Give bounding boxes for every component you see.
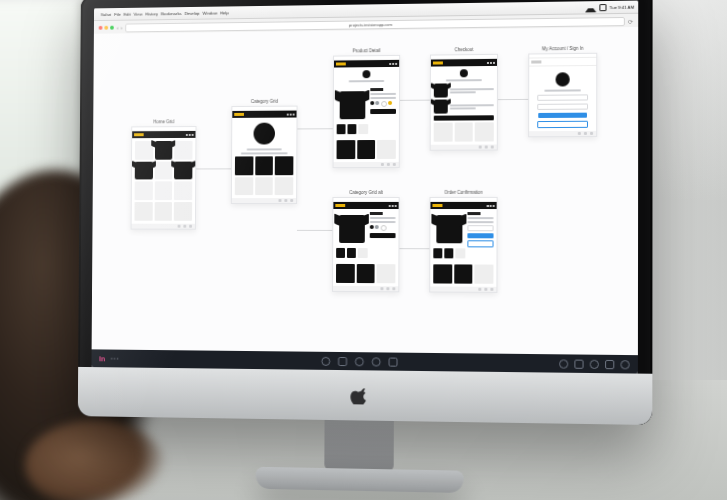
invision-logo[interactable]: In: [99, 355, 105, 362]
product-tile: [155, 161, 173, 179]
artboard-checkout[interactable]: Checkout: [430, 47, 498, 151]
menubar-item[interactable]: Develop: [184, 10, 199, 15]
checkout-primary-button: [434, 115, 494, 120]
email-field: [537, 94, 588, 100]
product-tile: [174, 141, 192, 159]
product-name: [349, 80, 385, 82]
battery-icon[interactable]: [599, 4, 606, 11]
menubar-app[interactable]: Safari: [101, 12, 112, 17]
pointer-tool-icon[interactable]: [321, 356, 330, 365]
menubar-item[interactable]: Help: [220, 10, 229, 15]
account-title: [544, 89, 581, 91]
history-icon[interactable]: [559, 359, 568, 368]
product-tile: [154, 182, 172, 200]
artboard-category[interactable]: Category Grid: [231, 99, 298, 205]
zoom-out-icon[interactable]: [355, 357, 364, 366]
product-tile: [174, 182, 192, 200]
settings-icon[interactable]: [605, 359, 614, 368]
apple-logo-icon: [350, 386, 368, 404]
photo-scene: Safari File Edit View History Bookmarks …: [0, 0, 727, 500]
flow-connector: [196, 168, 231, 169]
imac-monitor: Safari File Edit View History Bookmarks …: [78, 0, 653, 425]
create-account-button: [537, 121, 588, 128]
url-text: projects.invisionapp.com: [349, 22, 392, 28]
imac-bezel: Safari File Edit View History Bookmarks …: [78, 0, 653, 425]
product-tile: [135, 161, 153, 179]
artboard-confirm[interactable]: Order Confirmation: [429, 190, 497, 293]
comment-tool-icon[interactable]: [338, 356, 347, 365]
inspect-icon[interactable]: [574, 359, 583, 368]
share-icon[interactable]: [590, 359, 599, 368]
toolbar-breadcrumb[interactable]: • • •: [111, 355, 119, 361]
flow-connector: [297, 230, 332, 231]
minimize-icon[interactable]: [104, 26, 108, 30]
menubar-status-icons[interactable]: [585, 3, 606, 12]
menubar-item[interactable]: Window: [202, 10, 217, 15]
product-hero-image: [339, 91, 365, 119]
artboard-hotspot-footer: [132, 223, 195, 228]
present-icon[interactable]: [620, 360, 629, 369]
product-tile: [155, 141, 173, 159]
product-price: [370, 88, 383, 91]
avatar-icon: [556, 72, 570, 86]
artboard-title: Category Grid alt: [332, 190, 399, 195]
product-dot: [362, 70, 370, 78]
artboard-title: Order Confirmation: [430, 190, 498, 195]
artboard-title: Home Grid: [131, 119, 196, 124]
close-icon[interactable]: [99, 26, 103, 30]
signin-button: [538, 113, 587, 118]
flow-connector: [297, 128, 332, 129]
link-tool-icon[interactable]: [389, 357, 398, 366]
menubar-item[interactable]: File: [114, 11, 121, 16]
back-button[interactable]: ‹: [117, 25, 119, 31]
password-field: [537, 104, 588, 110]
confirm-primary-button: [467, 233, 494, 238]
add-to-cart-button: [370, 109, 396, 114]
forward-button[interactable]: ›: [121, 25, 123, 31]
imac-chin: [78, 367, 653, 425]
artboard-account[interactable]: My Account / Sign In: [528, 46, 597, 138]
product-tile: [135, 141, 153, 159]
window-traffic-lights[interactable]: [99, 26, 114, 30]
wifi-icon[interactable]: [585, 3, 596, 12]
product-hero-image: [339, 215, 365, 243]
flow-connector: [400, 100, 430, 101]
product-hero-image: [436, 215, 462, 243]
menubar-item[interactable]: View: [134, 11, 143, 16]
artboard-home[interactable]: Home Grid: [131, 119, 197, 229]
product-tile: [174, 161, 192, 179]
menubar-clock[interactable]: Tue 9:41 AM: [609, 4, 634, 9]
artboard-title: Checkout: [430, 47, 498, 53]
hero-title-placeholder: [247, 148, 282, 150]
product-tile: [135, 182, 153, 200]
imac-screen: Safari File Edit View History Bookmarks …: [91, 1, 638, 374]
reload-button[interactable]: ⟳: [628, 17, 633, 24]
invision-canvas[interactable]: Home Grid: [92, 27, 639, 355]
flow-connector: [498, 99, 528, 100]
zoom-in-icon[interactable]: [372, 357, 381, 366]
flow-connector: [399, 248, 429, 249]
artboard-category-alt[interactable]: Category Grid alt: [332, 190, 400, 292]
menubar-item[interactable]: Edit: [124, 11, 131, 16]
hand-foreground-blur: [25, 420, 165, 500]
checkout-step-icon: [460, 69, 468, 77]
menubar-item[interactable]: Bookmarks: [161, 11, 182, 16]
artboard-product[interactable]: Product Detail: [333, 48, 401, 168]
hero-image: [253, 123, 275, 145]
imac-stand-foot: [256, 467, 464, 493]
menubar-item[interactable]: History: [145, 11, 158, 16]
add-to-cart-button: [369, 233, 395, 238]
color-swatches: [370, 101, 396, 107]
artboard-title: Product Detail: [333, 48, 400, 54]
qty-field: [467, 225, 494, 231]
confirm-secondary-button: [467, 240, 494, 247]
zoom-icon[interactable]: [110, 26, 114, 30]
brand-logo: [134, 133, 144, 136]
artboard-title: Category Grid: [231, 99, 297, 104]
artboard-title: My Account / Sign In: [528, 46, 597, 52]
